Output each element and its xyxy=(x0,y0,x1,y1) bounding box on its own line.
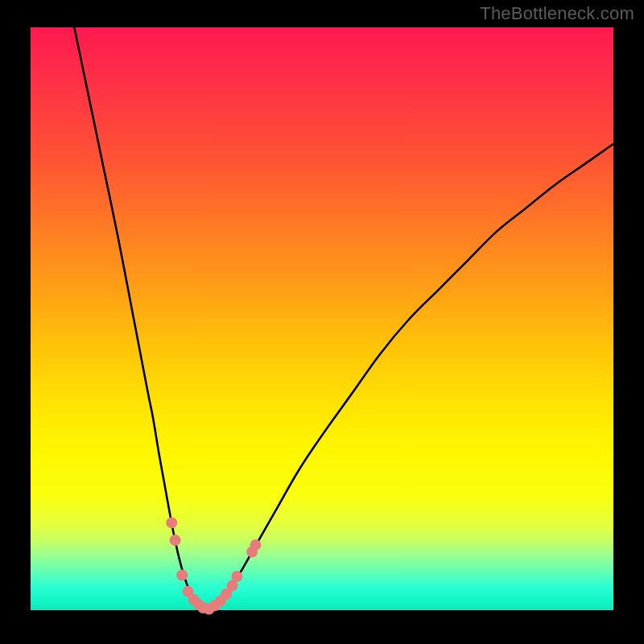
marker-point xyxy=(250,539,261,551)
marker-point xyxy=(170,535,181,546)
curve-right-branch xyxy=(205,144,613,610)
plot-area xyxy=(31,27,613,610)
curve-left-branch xyxy=(74,27,205,610)
marker-point xyxy=(166,517,177,528)
curve-layer xyxy=(74,27,613,610)
marker-point xyxy=(176,570,188,581)
chart-svg xyxy=(31,27,613,610)
marker-point xyxy=(231,571,242,582)
chart-frame: TheBottleneck.com xyxy=(0,0,644,644)
watermark-text: TheBottleneck.com xyxy=(480,3,634,24)
